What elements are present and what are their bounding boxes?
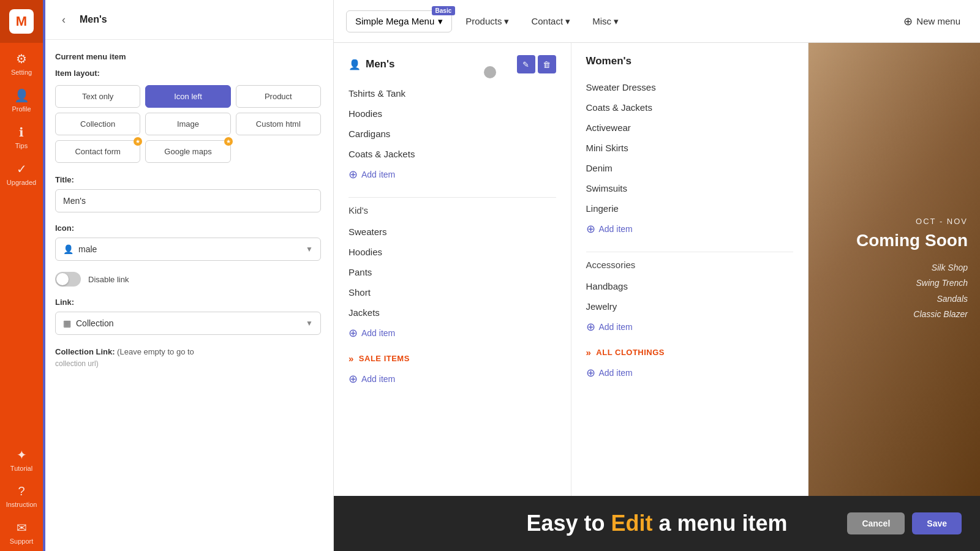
icon-select[interactable]: 👤 male ▼ (55, 238, 321, 261)
coming-soon-date: OCT - NOV (856, 217, 968, 226)
mega-menu-button[interactable]: Simple Mega Menu ▾ Basic (346, 10, 452, 32)
back-button[interactable]: ‹ (55, 11, 72, 28)
misc-arrow-icon: ▾ (614, 16, 619, 27)
womens-item-sweater-dresses[interactable]: Sweater Dresses (586, 77, 794, 97)
mens-item-tshirts[interactable]: Tshirts & Tank (349, 83, 556, 103)
disable-link-toggle[interactable] (55, 272, 81, 287)
layout-icon-left[interactable]: Icon left (145, 85, 230, 108)
top-nav: Simple Mega Menu ▾ Basic Products ▾ Cont… (334, 0, 980, 43)
layout-product[interactable]: Product (236, 85, 321, 108)
title-input[interactable] (55, 189, 321, 212)
layout-google-maps[interactable]: Google maps ★ (145, 140, 230, 163)
nav-label-support: Support (10, 538, 34, 545)
mens-section-header: 👤 Men's ✎ 🗑 (349, 55, 556, 73)
nav-item-profile[interactable]: 👤 Profile (0, 82, 43, 119)
sale-arrows-icon: » (349, 353, 354, 364)
edit-panel: ‹ Men's Current menu item Item layout: T… (43, 0, 334, 551)
kids-item-pants[interactable]: Pants (349, 262, 556, 282)
nav-item-upgraded[interactable]: ✓ Upgraded (0, 156, 43, 192)
icon-group: Icon: 👤 male ▼ (55, 223, 321, 261)
nav-item-instruction[interactable]: ? Instruction (0, 478, 43, 514)
mens-add-item-button[interactable]: ⊕ Add item (349, 164, 556, 185)
womens-item-swimsuits[interactable]: Swimsuits (586, 178, 794, 198)
main-content: Simple Mega Menu ▾ Basic Products ▾ Cont… (334, 0, 980, 551)
mens-item-cardigans[interactable]: Cardigans (349, 124, 556, 144)
mens-person-icon: 👤 (349, 59, 361, 70)
womens-item-denim[interactable]: Denim (586, 158, 794, 178)
layout-contact-form[interactable]: Contact form ★ (55, 140, 140, 163)
add-new-menu-button[interactable]: ⊕ New menu (896, 10, 968, 33)
mens-item-coats[interactable]: Coats & Jackets (349, 144, 556, 164)
kids-title: Kid's (349, 205, 556, 216)
products-label: Products (466, 16, 502, 26)
all-add-item-button[interactable]: ⊕ Add item (586, 362, 794, 383)
kids-item-jackets[interactable]: Jackets (349, 302, 556, 323)
instruction-icon: ? (18, 484, 24, 498)
link-group: Link: ▦ Collection ▼ (55, 298, 321, 335)
layout-image[interactable]: Image (145, 113, 230, 135)
kids-section: Kid's Sweaters Hoodies Pants Short Jacke… (349, 197, 556, 343)
womens-item-mini-skirts[interactable]: Mini Skirts (586, 138, 794, 158)
womens-item-jewelry[interactable]: Jewelry (586, 296, 794, 317)
collection-link-hint: collection url) (55, 359, 321, 368)
current-menu-item-label: Current menu item (55, 52, 321, 61)
edit-pencil-button[interactable]: ✎ (517, 55, 535, 73)
nav-products[interactable]: Products ▾ (457, 11, 518, 32)
tutorial-icon: ✦ (17, 448, 27, 462)
layout-collection[interactable]: Collection (55, 113, 140, 135)
app-logo[interactable]: M (0, 0, 43, 43)
accessories-title: Accessories (586, 260, 794, 270)
nav-item-tutorial[interactable]: ✦ Tutorial (0, 441, 43, 478)
all-arrows-icon: » (586, 347, 592, 358)
new-menu-label: New menu (916, 16, 960, 26)
layout-text-only[interactable]: Text only (55, 85, 140, 108)
panel-body: Current menu item Item layout: Text only… (43, 40, 333, 551)
womens-item-coats[interactable]: Coats & Jackets (586, 97, 794, 118)
link-select[interactable]: ▦ Collection ▼ (55, 312, 321, 335)
sale-banner: » SALE ITEMS (349, 353, 556, 364)
layout-custom-html[interactable]: Custom html (236, 113, 321, 135)
disable-link-label: Disable link (88, 275, 129, 284)
kids-add-item-button[interactable]: ⊕ Add item (349, 323, 556, 343)
mens-add-plus-icon: ⊕ (349, 168, 358, 181)
logo-letter: M (9, 9, 34, 34)
nav-item-tips[interactable]: ℹ Tips (0, 119, 43, 156)
kids-item-short[interactable]: Short (349, 282, 556, 302)
bottom-bar: Easy to Edit a menu item Cancel Save (334, 496, 980, 551)
tagline-before: Easy to (526, 511, 611, 536)
kids-add-plus-icon: ⊕ (349, 326, 358, 340)
icon-select-value: male (78, 244, 306, 254)
save-button[interactable]: Save (912, 512, 962, 534)
collection-link-group: Collection Link: (Leave empty to go to c… (55, 346, 321, 368)
kids-item-sweaters[interactable]: Sweaters (349, 222, 556, 242)
edit-delete-button[interactable]: 🗑 (538, 55, 556, 73)
nav-label-tips: Tips (15, 142, 28, 149)
nav-label-profile: Profile (12, 105, 31, 113)
products-arrow-icon: ▾ (504, 16, 509, 27)
dropdown-content: 👤 Men's ✎ 🗑 Tshirts & Tank Hoodies Cardi… (334, 43, 980, 496)
panel-header: ‹ Men's (43, 0, 333, 40)
nav-contact[interactable]: Contact ▾ (522, 11, 579, 32)
sale-add-item-button[interactable]: ⊕ Add item (349, 369, 556, 389)
nav-item-setting[interactable]: ⚙ Setting (0, 45, 43, 82)
tagline-after: a menu item (653, 511, 788, 536)
womens-column: Women's Sweater Dresses Coats & Jackets … (571, 43, 809, 496)
womens-item-lingerie[interactable]: Lingerie (586, 198, 794, 219)
womens-add-item-button[interactable]: ⊕ Add item (586, 219, 794, 239)
contact-label: Contact (531, 16, 563, 26)
womens-item-handbags[interactable]: Handbags (586, 276, 794, 296)
cancel-button[interactable]: Cancel (847, 512, 905, 534)
nav-item-support[interactable]: ✉ Support (0, 514, 43, 551)
basic-badge: Basic (432, 6, 456, 15)
mens-item-hoodies[interactable]: Hoodies (349, 103, 556, 124)
accessories-divider (586, 252, 794, 252)
setting-icon: ⚙ (16, 51, 27, 66)
promo-image: OCT - NOV Coming Soon Silk Shop Swing Tr… (809, 43, 980, 496)
link-label: Link: (55, 298, 321, 307)
accessories-add-item-button[interactable]: ⊕ Add item (586, 317, 794, 337)
kids-item-hoodies[interactable]: Hoodies (349, 242, 556, 262)
nav-misc[interactable]: Misc ▾ (584, 11, 627, 32)
accessories-section: Accessories Handbags Jewelry ⊕ Add item (586, 252, 794, 337)
womens-item-activewear[interactable]: Activewear (586, 118, 794, 138)
coming-soon-title: Coming Soon (856, 231, 968, 250)
